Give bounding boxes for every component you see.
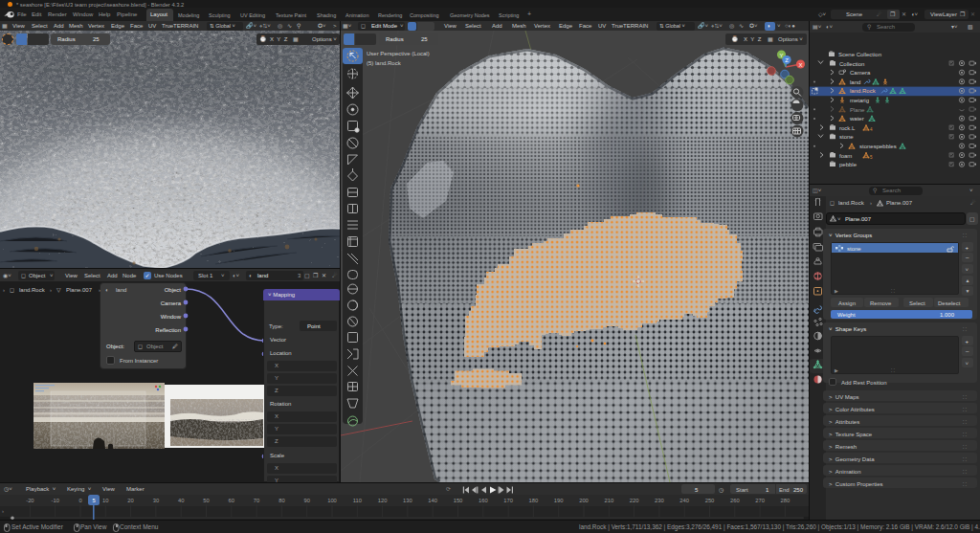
svg-text:100: 100 (327, 498, 337, 503)
svg-text:4: 4 (870, 127, 873, 132)
svg-text:200: 200 (579, 498, 589, 503)
svg-text:Collection: Collection (839, 61, 864, 67)
svg-text:metarig: metarig (850, 98, 869, 103)
svg-text:90: 90 (303, 498, 309, 503)
svg-text:20: 20 (127, 498, 133, 503)
svg-text:280: 280 (781, 498, 791, 503)
svg-text:Y: Y (779, 53, 783, 58)
svg-text:130: 130 (403, 498, 412, 503)
svg-text:50: 50 (203, 498, 209, 503)
svg-text:270: 270 (755, 498, 765, 503)
svg-text:-10: -10 (52, 498, 59, 503)
svg-text:-20: -20 (26, 498, 33, 503)
svg-text:190: 190 (554, 498, 564, 503)
svg-text:›: › (2, 508, 4, 514)
svg-text:5: 5 (870, 155, 873, 160)
svg-text:210: 210 (604, 498, 613, 503)
svg-text:Camera: Camera (850, 70, 871, 76)
svg-text:10: 10 (102, 498, 108, 503)
svg-text:110: 110 (353, 498, 362, 503)
svg-text:140: 140 (428, 498, 437, 503)
svg-text:240: 240 (679, 498, 689, 503)
svg-text:5: 5 (92, 498, 95, 503)
svg-text:0: 0 (78, 498, 81, 503)
svg-text:80: 80 (278, 498, 284, 503)
svg-text:260: 260 (730, 498, 740, 503)
svg-text:pebble: pebble (839, 162, 858, 167)
svg-text:land.Rock: land.Rock (850, 88, 877, 94)
svg-text:220: 220 (630, 498, 639, 503)
svg-text:150: 150 (454, 498, 463, 503)
svg-text:160: 160 (479, 498, 488, 503)
svg-text:land: land (850, 79, 860, 85)
svg-text:120: 120 (378, 498, 388, 503)
svg-text:stone: stone (839, 134, 854, 140)
svg-text:X: X (798, 62, 802, 68)
svg-text:stonespebbles: stonespebbles (859, 144, 897, 149)
svg-text:30: 30 (153, 498, 159, 503)
svg-text:60: 60 (229, 498, 234, 503)
svg-text:foam: foam (839, 153, 852, 159)
svg-text:water: water (849, 116, 864, 122)
svg-text:250: 250 (705, 498, 715, 503)
svg-text:40: 40 (178, 498, 184, 503)
svg-text:Scene Collection: Scene Collection (838, 52, 881, 57)
svg-text:70: 70 (254, 498, 259, 503)
svg-text:Plane: Plane (850, 107, 865, 113)
svg-text:Z: Z (785, 57, 789, 63)
svg-text:170: 170 (503, 498, 513, 503)
svg-text:rock.L: rock.L (839, 125, 856, 131)
svg-text:180: 180 (529, 498, 539, 503)
svg-text:230: 230 (655, 498, 664, 503)
